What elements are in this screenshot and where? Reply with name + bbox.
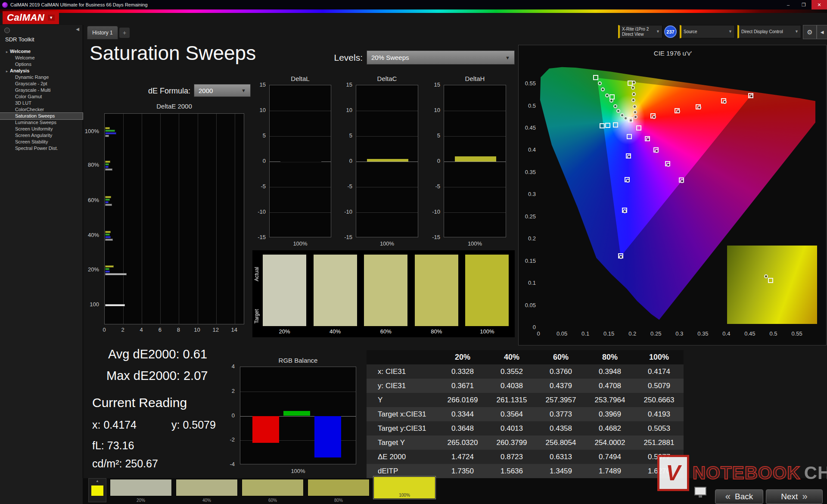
bottom-swatch-60%[interactable]: 60%: [242, 479, 304, 496]
deltae-bar: [105, 233, 110, 236]
de-formula-label: dE Formula:: [138, 87, 190, 96]
chevron-left-icon: ◀: [821, 30, 824, 34]
table-cell: 256.8054: [536, 439, 585, 447]
sidebar-item-grayscale-multi[interactable]: Grayscale - Multi: [0, 87, 83, 93]
axis-tick-label: 5: [437, 132, 440, 139]
current-patch-color: [91, 485, 103, 496]
table-cell: 0.5977: [634, 453, 684, 461]
gridline: [444, 187, 506, 187]
calman-logo[interactable]: CalMAN ▼: [3, 11, 59, 24]
collapse-panel-button[interactable]: ◀: [817, 25, 827, 39]
gridline: [142, 114, 142, 324]
axis-tick-label: 0.45: [740, 330, 759, 337]
minimize-button[interactable]: –: [780, 0, 796, 9]
window-title: CalMAN 2019 CalMAN Ultimate for Business…: [10, 2, 148, 7]
table-cell: 257.3957: [536, 396, 585, 404]
expander-icon: ▸: [6, 50, 8, 54]
table-row: y: CIE310.36710.40380.43790.47080.5079: [367, 379, 684, 393]
table-cell: 1.4724: [438, 453, 487, 461]
axis-tick-label: -15: [258, 234, 266, 240]
deltae-bar: [105, 168, 112, 171]
axis-tick-label: 0.2: [623, 330, 642, 337]
meter-count-badge[interactable]: 237: [664, 25, 677, 38]
gridline: [270, 212, 331, 213]
gridline: [270, 111, 331, 111]
maximize-button[interactable]: ❐: [796, 0, 811, 9]
sidebar-item-screen-angularity[interactable]: Screen Angularity: [0, 132, 83, 139]
next-button[interactable]: Next »: [766, 489, 823, 504]
sidebar-item-dynamic-range[interactable]: Dynamic Range: [0, 74, 83, 81]
rgb-bar-red: [252, 416, 279, 443]
table-cell: 0.4379: [536, 382, 585, 390]
deltaL-bar: [280, 162, 321, 163]
sidebar-item-saturation-sweeps[interactable]: Saturation Sweeps: [0, 113, 83, 119]
sidebar-item-3d-lut[interactable]: 3D LUT: [0, 100, 83, 106]
levels-dropdown[interactable]: 20% Sweeps▼: [367, 50, 515, 65]
table-cell: 0.3328: [438, 367, 487, 376]
axis-tick-label: 0.45: [519, 124, 536, 131]
tab-history-1[interactable]: History 1: [87, 26, 118, 39]
rgb-bar-green: [283, 411, 310, 416]
sidebar-item-screen-stability[interactable]: Screen Stability: [0, 139, 83, 145]
saturation-swatch-strip: 20%40%60%80%100%: [110, 479, 459, 503]
axis-tick-label: -5: [347, 183, 352, 190]
gear-icon: ⚙: [807, 28, 812, 36]
row-label: Target y:CIE31: [367, 424, 438, 433]
deltae-bar: [105, 271, 110, 273]
swatch-label: 80%: [415, 328, 458, 335]
sidebar-item-options[interactable]: Options: [0, 61, 83, 68]
cie-measured-marker: [633, 110, 637, 114]
table-row: Y266.0169261.1315257.3957253.7964250.666…: [367, 393, 684, 407]
source-dropdown[interactable]: Source ▼: [680, 25, 735, 38]
cie-measured-marker: [626, 179, 630, 183]
current-y: y: 0.5079: [171, 419, 216, 431]
deltae-bar: [105, 265, 114, 268]
sidebar-item-color-gamut[interactable]: Color Gamut: [0, 93, 83, 100]
display-control-label: Direct Display Control: [741, 29, 783, 34]
sidebar-item-colorchecker[interactable]: ColorChecker: [0, 106, 83, 113]
sidebar-item-grayscale-2pt[interactable]: Grayscale - 2pt: [0, 81, 83, 87]
cie-chart-title: CIE 1976 u'v': [519, 50, 827, 57]
display-control-dropdown[interactable]: Direct Display Control ▼: [737, 25, 801, 38]
chevron-up-icon: ▲: [89, 479, 106, 484]
sidebar-section-welcome[interactable]: ▸Welcome: [0, 48, 83, 55]
axis-tick-label: 0.05: [553, 330, 572, 337]
sidebar-collapse-button[interactable]: ◀: [76, 27, 79, 31]
sidebar-item-spectral-power-dist-[interactable]: Spectral Power Dist.: [0, 145, 83, 152]
sidebar-item-luminance-sweeps[interactable]: Luminance Sweeps: [0, 119, 83, 126]
cie-measured-marker: [680, 179, 684, 183]
gridline: [356, 212, 418, 213]
bottom-swatch-40%[interactable]: 40%: [176, 479, 238, 496]
patch-preview-panel[interactable]: ▲: [88, 478, 106, 502]
add-tab-button[interactable]: +: [119, 28, 130, 38]
settings-button[interactable]: ⚙: [803, 25, 817, 39]
gridline: [444, 162, 506, 162]
gridline: [444, 111, 506, 111]
close-button[interactable]: ✕: [811, 0, 827, 9]
cie-target-marker: [627, 134, 632, 139]
swatch-column-100%: 100%: [465, 255, 509, 335]
de-formula-dropdown[interactable]: 2000▼: [194, 84, 251, 97]
deltae-bar: [105, 201, 109, 203]
sidebar-radio-icon[interactable]: [4, 28, 10, 33]
sidebar-section-analysis[interactable]: ▸Analysis: [0, 68, 83, 74]
bottom-swatch-100%[interactable]: 100%: [373, 476, 435, 499]
axis-tick-label: 0.1: [519, 280, 536, 286]
display-icon[interactable]: [694, 487, 706, 495]
deltae-bar: [105, 231, 111, 233]
rgb-balance-chart: [240, 367, 356, 464]
deltae-bar: [105, 196, 111, 198]
axis-tick-label: 0.15: [519, 258, 536, 264]
sidebar-item-screen-uniformity[interactable]: Screen Uniformity: [0, 126, 83, 132]
bottom-swatch-20%[interactable]: 20%: [110, 479, 172, 496]
back-button[interactable]: « Back: [715, 489, 763, 504]
swatch-color: [415, 255, 458, 326]
bottom-swatch-80%[interactable]: 80%: [308, 479, 370, 496]
meter-dropdown[interactable]: X-Rite i1Pro 2Direct View ▼: [618, 25, 662, 38]
gridline: [356, 136, 418, 137]
axis-tick-label: 0: [98, 327, 110, 333]
deltac-y-axis: 151050-5-10-15: [339, 85, 354, 237]
sidebar-item-welcome[interactable]: Welcome: [0, 55, 83, 61]
gridline: [356, 187, 418, 187]
rgb-y-axis: 420-2-4: [221, 367, 237, 464]
